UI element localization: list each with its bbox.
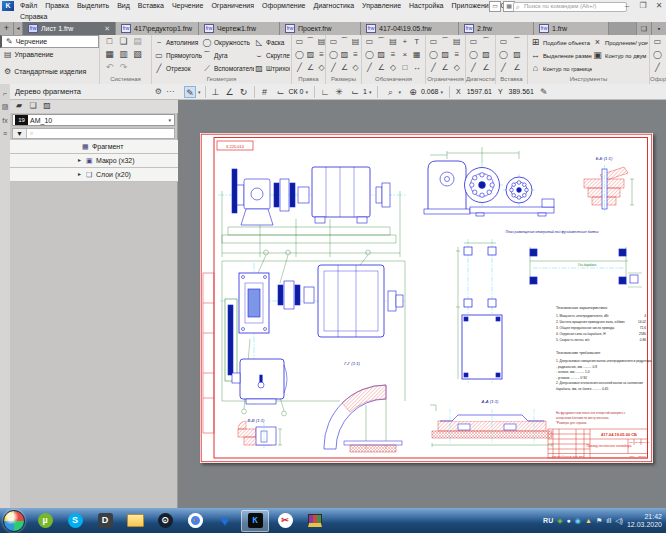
tool-arc[interactable]: ⌒Дуга — [202, 49, 254, 62]
menu-select[interactable]: Выделить — [73, 0, 113, 9]
view-front-reducer[interactable] — [424, 147, 554, 216]
tool-icon[interactable]: ╱ — [468, 62, 479, 74]
tool-icon[interactable]: ⌒ — [376, 36, 387, 48]
tab-chertezh1[interactable]: frwЧертеж1.frw — [199, 22, 280, 35]
tool-icon[interactable]: ▨ — [512, 49, 523, 61]
open-icon[interactable]: ❏ — [118, 36, 129, 47]
tool-icon[interactable]: ∠ — [440, 62, 451, 74]
tree-item-macro[interactable]: ▸ ▣ Макро (x32) — [10, 154, 178, 168]
taskbar-discord[interactable]: D — [91, 510, 119, 532]
section-v-v[interactable] — [238, 421, 282, 449]
tool-icon[interactable]: ◇ — [388, 62, 399, 74]
view-guard-section[interactable] — [324, 385, 402, 452]
tool-contour-by-area[interactable]: ⌂Контур по границе облас... — [530, 62, 592, 75]
language-indicator[interactable]: RU — [543, 517, 553, 524]
clock[interactable]: 21:42 12.03.2020 — [627, 513, 662, 529]
menu-diagnostics[interactable]: Диагностика — [310, 0, 359, 9]
tab-reduktor1[interactable]: frw417\редуктор1.frw — [116, 22, 199, 35]
ribbon-tab-upravlenie[interactable]: ▤Управление — [0, 48, 99, 61]
command-search-input[interactable]: ⌕ Поиск по командам (Alt+/) — [513, 2, 627, 12]
tool-icon[interactable]: ▭ — [498, 36, 509, 48]
minimize-button[interactable]: – — [620, 0, 634, 11]
tool-icon[interactable]: ▨ — [339, 49, 350, 61]
tool-icon[interactable]: ▨ — [305, 49, 316, 61]
preview-icon[interactable]: ▥ — [118, 49, 129, 60]
tool-select-dimensions[interactable]: ↔Выделение размеров с ру... — [530, 49, 592, 62]
clipboard-icon[interactable]: ▨ — [0, 103, 10, 111]
section-b-b[interactable] — [584, 165, 634, 213]
tool-icon[interactable]: ▤ — [388, 36, 399, 48]
redo-icon[interactable]: ↷ — [118, 62, 129, 73]
view-side-drive[interactable] — [218, 167, 406, 257]
expand-icon[interactable]: ▸ — [78, 168, 81, 181]
chevron-down-icon[interactable]: ▾ — [168, 117, 171, 123]
zoom-select[interactable]: ⌕▾ — [382, 86, 403, 98]
menu-settings[interactable]: Настройка — [405, 0, 447, 9]
tool-icon[interactable]: ▨ — [376, 49, 387, 61]
taskbar-utorrent[interactable]: µ — [31, 510, 59, 532]
tool-icon[interactable]: ⌒ — [339, 36, 350, 48]
tool-icon[interactable]: ▨ — [481, 49, 492, 61]
tool-icon[interactable]: ▤ — [451, 36, 462, 48]
taskbar-explorer[interactable] — [121, 510, 149, 532]
fragment-combo[interactable]: 19 AM_10 ▾ — [12, 114, 175, 126]
menu-styling[interactable]: Оформление — [258, 0, 309, 9]
tool-icon[interactable]: ╱ — [498, 62, 509, 74]
tool-autoline[interactable]: ~Автолиния — [154, 36, 202, 49]
tool-icon[interactable]: ∠ — [376, 62, 387, 74]
tool-icon[interactable]: ⌒ — [512, 36, 523, 48]
tree-item-layers[interactable]: ▸ ❏ Слои (x20) — [10, 168, 178, 182]
tree-root-fragment[interactable]: ▦ Фрагмент — [10, 140, 178, 154]
save-icon[interactable]: ▤ — [132, 36, 143, 47]
menu-draw[interactable]: Черчение — [168, 0, 208, 9]
network-icon[interactable]: ıll — [606, 517, 611, 525]
tool-icon[interactable]: ▭ — [364, 36, 375, 48]
tool-icon[interactable]: ◇ — [451, 62, 462, 74]
chevron-down-icon[interactable]: ▾ — [198, 89, 201, 95]
tool-icon[interactable]: ◯ — [652, 49, 663, 61]
tool-icon[interactable]: ◯ — [328, 49, 339, 61]
tool-icon[interactable]: ╱ — [294, 62, 305, 74]
close-button[interactable]: ✕ — [652, 0, 666, 11]
layer-select[interactable]: ⌙1▾ — [347, 86, 373, 98]
style-pencil-icon[interactable]: ✎ — [184, 86, 196, 98]
tool-icon[interactable]: ≡ — [350, 49, 361, 61]
tool-icon[interactable]: × — [399, 49, 410, 61]
drawing-canvas[interactable]: 3.220.014 — [178, 100, 666, 508]
ribbon-tab-standart[interactable]: ⚙Стандартные изделия — [0, 61, 99, 81]
taskbar-steam[interactable]: ⊙ — [151, 510, 179, 532]
teamviewer-tray-icon[interactable]: ◉ — [575, 517, 581, 525]
snap-perpendicular-icon[interactable]: ⊥ — [210, 86, 222, 98]
grid-icon[interactable]: # — [259, 86, 271, 98]
tool-icon[interactable]: ▭ — [428, 36, 439, 48]
taskbar-kompas[interactable]: К — [241, 510, 269, 532]
volume-icon[interactable]: ◁) — [615, 517, 623, 525]
tool-similar-object[interactable]: ⊞Подобие объекта — [530, 36, 592, 49]
tab-1frw[interactable]: frw1.frw — [534, 22, 609, 35]
undo-icon[interactable]: ↶ — [104, 62, 115, 73]
taskbar-winrar[interactable] — [301, 510, 329, 532]
nvidia-tray-icon[interactable]: ◈ — [557, 517, 562, 525]
export-icon[interactable]: ▧ — [132, 49, 143, 60]
expand-icon[interactable]: ▸ — [78, 154, 81, 167]
tool-icon[interactable]: ▤ — [350, 36, 361, 48]
pin-icon[interactable]: ▪ — [651, 22, 666, 35]
tool-icon[interactable]: ╱ — [428, 62, 439, 74]
snap-angle-icon[interactable]: ∠ — [224, 86, 236, 98]
tab-2frw[interactable]: frw2.frw — [459, 22, 534, 35]
ribbon-tab-cherchenie[interactable]: ✎Черчение — [0, 35, 99, 48]
shield-tray-icon[interactable]: ● — [567, 517, 571, 525]
new-doc-icon[interactable]: □ — [104, 36, 115, 47]
tool-icon[interactable]: ▭ — [468, 36, 479, 48]
tool-trim-extend[interactable]: ×Продление/ усечение — [592, 36, 648, 49]
image-icon[interactable]: ▨ — [42, 101, 52, 111]
tool-icon[interactable]: ▨ — [440, 49, 451, 61]
taskbar-cut-tool[interactable]: ✂ — [271, 510, 299, 532]
section-a-a[interactable] — [430, 405, 552, 447]
menu-view[interactable]: Вид — [113, 0, 134, 9]
filter-icon[interactable]: ▼ — [16, 130, 23, 137]
tool-icon[interactable]: ◯ — [428, 49, 439, 61]
tool-icon[interactable]: ▭ — [652, 36, 663, 48]
tab-scroll-button[interactable]: ◂ — [14, 22, 23, 35]
new-tab-button[interactable]: + — [0, 22, 14, 35]
